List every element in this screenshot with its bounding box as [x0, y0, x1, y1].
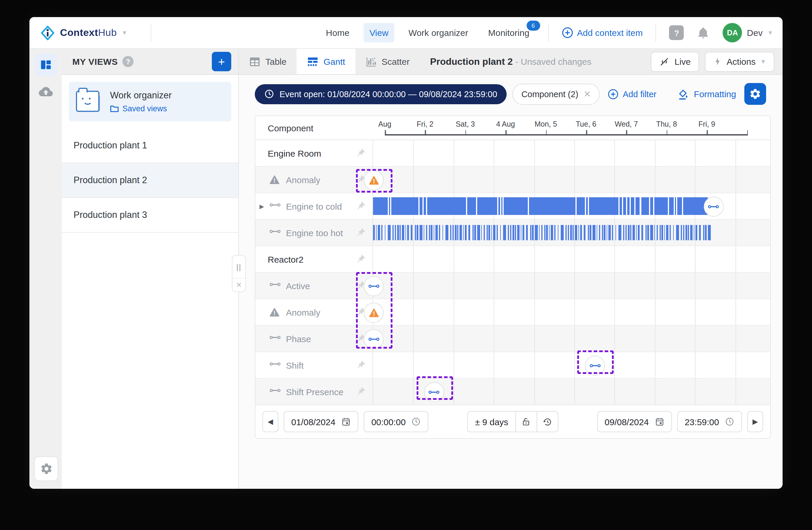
help-icon[interactable]: ?: [669, 25, 684, 40]
event-tick-bar[interactable]: [539, 225, 539, 240]
notifications-bell-icon[interactable]: [697, 26, 710, 39]
event-tick-bar[interactable]: [484, 225, 485, 240]
event-bar-segment[interactable]: [669, 197, 674, 215]
event-tick-bar[interactable]: [402, 225, 404, 240]
interval-event-marker[interactable]: [704, 197, 724, 217]
brand[interactable]: ContextHub ▼: [40, 25, 127, 40]
event-tick-bar[interactable]: [627, 225, 629, 240]
tab-table[interactable]: Table: [239, 49, 296, 74]
event-bar-segment[interactable]: [586, 197, 588, 215]
event-tick-bar[interactable]: [625, 225, 626, 240]
range-span-button[interactable]: ± 9 days: [467, 411, 516, 432]
sidebar-item-production-plant-3[interactable]: Production plant 3: [62, 198, 238, 233]
event-tick-bar[interactable]: [397, 225, 398, 240]
event-tick-bar[interactable]: [636, 225, 637, 240]
event-bar-segment[interactable]: [627, 197, 630, 215]
event-tick-bar[interactable]: [435, 225, 437, 240]
remove-filter-icon[interactable]: ✕: [584, 89, 591, 99]
pin-icon[interactable]: [356, 148, 366, 158]
event-bar-segment[interactable]: [420, 197, 423, 215]
event-tick-bar[interactable]: [522, 225, 524, 240]
event-tick-bar[interactable]: [419, 225, 422, 240]
event-bar-segment[interactable]: [504, 197, 528, 215]
event-tick-bar[interactable]: [473, 225, 473, 240]
event-open-filter-pill[interactable]: Event open: 01/08/2024 00:00:00 — 09/08/…: [255, 84, 507, 104]
event-tick-bar[interactable]: [508, 225, 509, 240]
lock-range-button[interactable]: [516, 411, 537, 432]
event-tick-bar[interactable]: [623, 225, 624, 240]
nav-item-monitoring[interactable]: Monitoring6: [482, 23, 535, 42]
event-tick-bar[interactable]: [497, 225, 498, 240]
brand-chevron-down-icon[interactable]: ▼: [121, 29, 127, 36]
interval-event-marker[interactable]: [364, 329, 383, 349]
event-bar-segment[interactable]: [654, 197, 668, 215]
event-tick-bar[interactable]: [491, 225, 492, 240]
add-filter-button[interactable]: Add filter: [608, 89, 656, 99]
event-tick-bar[interactable]: [376, 225, 377, 240]
event-tick-bar[interactable]: [630, 225, 632, 240]
event-tick-bar[interactable]: [407, 225, 409, 240]
event-tick-bar[interactable]: [673, 225, 674, 240]
formatting-button[interactable]: Formatting: [678, 88, 736, 100]
event-tick-bar[interactable]: [685, 225, 687, 240]
event-tick-bar[interactable]: [696, 225, 697, 240]
pin-icon[interactable]: [356, 201, 366, 211]
event-tick-bar[interactable]: [681, 225, 682, 240]
event-tick-bar[interactable]: [554, 225, 555, 240]
event-bar-segment[interactable]: [577, 197, 584, 215]
event-tick-bar[interactable]: [465, 225, 466, 240]
live-button[interactable]: Live: [651, 52, 699, 72]
event-tick-bar[interactable]: [410, 225, 412, 240]
add-context-item-button[interactable]: Add context item: [562, 27, 642, 38]
event-tick-bar[interactable]: [515, 225, 516, 240]
event-tick-bar[interactable]: [486, 225, 488, 240]
event-tick-bar[interactable]: [664, 225, 665, 240]
interval-event-marker[interactable]: [585, 356, 605, 376]
event-tick-bar[interactable]: [575, 225, 577, 240]
saved-views-link[interactable]: Saved views: [110, 104, 172, 113]
event-tick-bar[interactable]: [670, 225, 671, 240]
event-bar-segment[interactable]: [636, 197, 640, 215]
event-tick-bar[interactable]: [688, 225, 689, 240]
event-bar-segment[interactable]: [675, 197, 676, 215]
event-tick-bar[interactable]: [457, 225, 458, 240]
event-tick-bar[interactable]: [400, 225, 401, 240]
event-tick-bar[interactable]: [388, 225, 390, 240]
gantt-settings-button[interactable]: [744, 83, 766, 105]
event-tick-bar[interactable]: [532, 225, 533, 240]
event-tick-bar[interactable]: [439, 225, 440, 240]
event-tick-bar[interactable]: [481, 225, 482, 240]
event-tick-bar[interactable]: [590, 225, 591, 240]
event-bar-segment[interactable]: [498, 197, 500, 215]
pin-icon[interactable]: [356, 254, 366, 264]
event-tick-bar[interactable]: [683, 225, 684, 240]
event-tick-bar[interactable]: [606, 225, 607, 240]
event-tick-bar[interactable]: [442, 225, 443, 240]
event-tick-bar[interactable]: [565, 225, 567, 240]
event-tick-bar[interactable]: [417, 225, 418, 240]
event-bar-segment[interactable]: [650, 197, 653, 215]
shift-range-left-button[interactable]: ◀: [262, 411, 278, 432]
event-tick-bar[interactable]: [431, 225, 433, 240]
event-tick-bar[interactable]: [580, 225, 582, 240]
event-tick-bar[interactable]: [526, 225, 528, 240]
event-tick-bar[interactable]: [690, 225, 693, 240]
event-tick-bar[interactable]: [377, 225, 380, 240]
event-bar-segment[interactable]: [623, 197, 626, 215]
warning-event-marker[interactable]: [364, 170, 383, 190]
end-time-input[interactable]: 23:59:00: [677, 411, 742, 432]
event-tick-bar[interactable]: [423, 225, 424, 240]
start-date-input[interactable]: 01/08/2024: [284, 411, 358, 432]
event-tick-bar[interactable]: [588, 225, 589, 240]
event-tick-bar[interactable]: [568, 225, 569, 240]
event-tick-bar[interactable]: [638, 225, 639, 240]
event-tick-bar[interactable]: [474, 225, 476, 240]
sidebar-item-production-plant-2[interactable]: Production plant 2: [62, 163, 238, 198]
event-bar-segment[interactable]: [677, 197, 682, 215]
event-bar-segment[interactable]: [589, 197, 619, 215]
event-tick-bar[interactable]: [693, 225, 694, 240]
pin-icon[interactable]: [356, 386, 366, 396]
add-view-button[interactable]: +: [212, 52, 231, 71]
event-tick-bar[interactable]: [632, 225, 635, 240]
event-tick-bar[interactable]: [612, 225, 613, 240]
